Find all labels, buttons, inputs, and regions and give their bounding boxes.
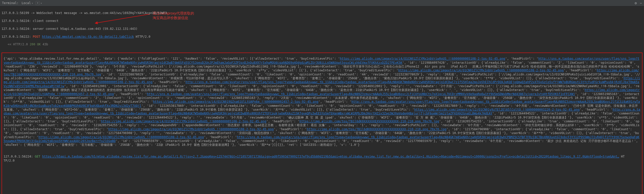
json-url-link[interactable]: https://img.alicdn.com/imgextra/i4/O1CN0… — [38, 135, 204, 139]
json-url-link[interactable]: https://img.alicdn.com/imgextra/i4/O1CN0… — [340, 57, 505, 60]
json-url-link[interactable]: https://img.alicdn.com/imgextra/i4/O1CN0… — [153, 100, 318, 104]
new-session-button[interactable]: + — [36, 1, 40, 5]
log-line-response: << HTTP/2.0 200 OK 43b — [2, 43, 642, 46]
json-url-link[interactable]: https://img.alicdn.com/imgextra/i4/O1CN0… — [101, 120, 266, 123]
json-text-segment: {'api': 'mtop.alibaba.review.list.for.ne… — [4, 57, 340, 60]
highlighted-json-box: {'api': 'mtop.alibaba.review.list.for.ne… — [2, 53, 642, 194]
http-method-post: POST — [33, 35, 40, 38]
http-url-link[interactable]: https://hd.mmstat.com/pc-tb.pc-tb-detail… — [42, 35, 134, 38]
terminal-tab-local[interactable]: Local — [22, 1, 31, 5]
terminal-title: Terminal: — [2, 1, 19, 5]
json-url-link[interactable]: https://img.alicdn.com/tps/TB1l6dK0XXXXX… — [307, 127, 446, 131]
json-url-link[interactable]: https://img.alicdn.com/imgextra/i2/O1CN0… — [414, 108, 579, 111]
json-url-link[interactable]: https://img.alicdn.com/imgextra/i4/O1CN0… — [398, 69, 564, 72]
new-session-dropdown-icon[interactable]: ▾ — [40, 2, 42, 5]
http-method-get: GET — [35, 155, 40, 158]
minimize-icon[interactable]: − — [640, 1, 642, 5]
tab-dropdown-icon[interactable]: ▾ — [32, 2, 33, 5]
log-line-http: 127.0.0.1:56224: GET https://h5api.m.tao… — [4, 155, 619, 158]
log-line: 127.0.0.1:56199 -> WebSocket text messag… — [2, 11, 642, 15]
log-line-http: 127.0.0.1:56222: POST https://hd.mmstat.… — [2, 35, 642, 39]
json-url-link[interactable]: https://img.alicdn.com/imgextra/i4/O1CN0… — [108, 127, 274, 131]
json-url-link[interactable]: https://img.alicdn.com/tps/TB1l6dK0XXXXX… — [299, 120, 439, 123]
gear-icon[interactable]: ⚙ — [635, 1, 637, 5]
json-dump[interactable]: {'api': 'mtop.alibaba.review.list.for.ne… — [2, 53, 642, 164]
log-line: 127.0.0.1:56224: server connect h5api.m.… — [2, 27, 642, 31]
terminal-output[interactable]: 127.0.0.1:56199 -> WebSocket text messag… — [0, 6, 644, 51]
log-line: 127.0.0.1:56224: client connect — [2, 19, 642, 23]
http-url-link[interactable]: https://h5api.m.taobao.com/h5/mtop.aliba… — [42, 155, 619, 158]
terminal-top-bar: Terminal: Local ▾ + ▾ ⚙ − — [0, 0, 644, 6]
json-url-link[interactable]: http://sns.m.taobao.com/avatar/sns/user/… — [147, 92, 575, 96]
